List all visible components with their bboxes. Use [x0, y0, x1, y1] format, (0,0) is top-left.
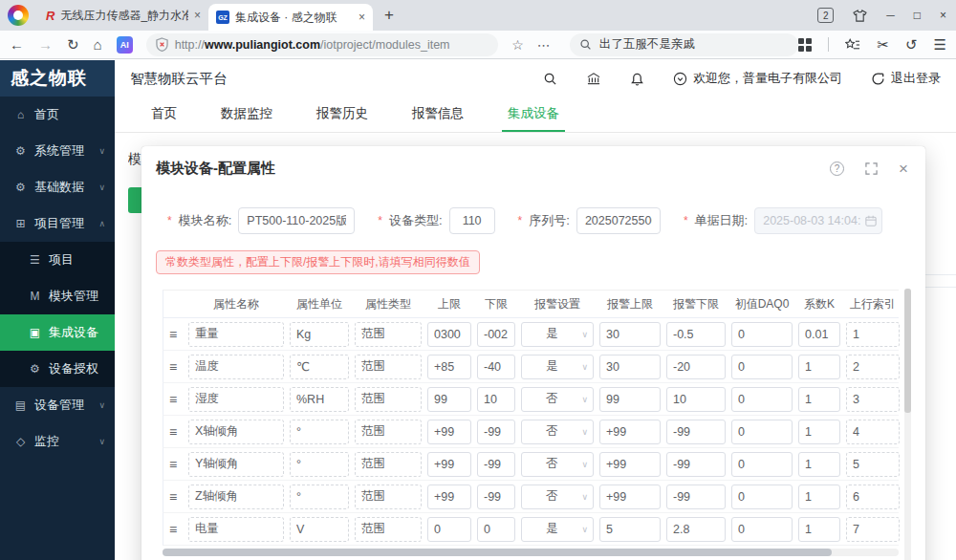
lower-limit-input[interactable] — [477, 517, 515, 542]
sidebar-item-device-auth[interactable]: ⚙ 设备授权 — [0, 351, 115, 387]
sidebar-item-integrated-device[interactable]: ▣ 集成设备 — [0, 314, 115, 351]
uplink-index-input[interactable] — [846, 355, 900, 379]
prop-name-input[interactable] — [188, 387, 284, 412]
reload-icon[interactable]: ↻ — [67, 36, 79, 54]
alarm-lower-input[interactable] — [666, 322, 726, 347]
alarm-lower-input[interactable] — [666, 387, 726, 412]
new-tab-button[interactable]: + — [384, 6, 394, 25]
init-daq0-input[interactable] — [731, 452, 793, 477]
welcome-user[interactable]: 欢迎您，普量电子有限公司 — [673, 70, 842, 87]
prop-type-input[interactable] — [355, 355, 422, 379]
uplink-index-input[interactable] — [846, 485, 900, 509]
uplink-index-input[interactable] — [846, 322, 900, 347]
upper-limit-input[interactable] — [427, 452, 471, 477]
coefficient-k-input[interactable] — [798, 517, 840, 542]
sidebar-item-project-mgmt[interactable]: ⊞ 项目管理 ∧ — [0, 205, 115, 242]
forward-icon[interactable]: → — [38, 36, 53, 53]
module-name-input[interactable] — [238, 207, 355, 234]
themes-shirt-icon[interactable] — [853, 10, 867, 22]
upper-limit-input[interactable] — [427, 387, 471, 412]
drag-handle-icon[interactable]: ≡ — [163, 457, 183, 472]
page-tab-integrated-device[interactable]: 集成设备 — [502, 97, 565, 132]
alarm-lower-input[interactable] — [666, 420, 726, 444]
page-tab-alarm-info[interactable]: 报警信息 — [406, 97, 469, 132]
drag-handle-icon[interactable]: ≡ — [163, 522, 183, 537]
alarm-lower-input[interactable] — [666, 517, 726, 542]
drag-handle-icon[interactable]: ≡ — [163, 489, 183, 505]
alarm-lower-input[interactable] — [666, 485, 726, 509]
alarm-upper-input[interactable] — [599, 322, 661, 347]
upper-limit-input[interactable] — [427, 355, 471, 379]
prop-type-input[interactable] — [355, 387, 422, 412]
prop-unit-input[interactable] — [290, 322, 349, 347]
prop-unit-input[interactable] — [290, 517, 349, 542]
alarm-upper-input[interactable] — [599, 452, 661, 477]
alarm-setting-select[interactable]: 是 ∨ — [521, 322, 594, 347]
init-daq0-input[interactable] — [731, 322, 793, 347]
lower-limit-input[interactable] — [477, 387, 515, 412]
upper-limit-input[interactable] — [427, 517, 471, 542]
fullscreen-icon[interactable] — [865, 162, 878, 175]
drag-handle-icon[interactable]: ≡ — [163, 327, 183, 342]
coefficient-k-input[interactable] — [798, 322, 840, 347]
home-icon[interactable]: ⌂ — [94, 36, 102, 53]
prop-type-input[interactable] — [355, 517, 422, 542]
search-input[interactable]: 出了五服不是亲戚 — [570, 33, 799, 56]
sidebar-item-home[interactable]: ⌂ 首页 — [0, 97, 115, 133]
alarm-lower-input[interactable] — [666, 355, 726, 379]
prop-unit-input[interactable] — [290, 420, 349, 444]
browser-logo-icon[interactable] — [8, 5, 29, 26]
lower-limit-input[interactable] — [477, 452, 515, 477]
more-actions-icon[interactable]: ⋯ — [537, 37, 551, 53]
tab1-close-icon[interactable]: × — [194, 9, 201, 22]
alarm-setting-select[interactable]: 否 ∨ — [521, 485, 594, 509]
init-daq0-input[interactable] — [731, 517, 793, 542]
lower-limit-input[interactable] — [477, 322, 515, 347]
browser-tab-1[interactable]: R 无线压力传感器_静力水准仪_ × — [38, 0, 208, 31]
coefficient-k-input[interactable] — [798, 485, 840, 509]
prop-unit-input[interactable] — [290, 452, 349, 477]
alarm-upper-input[interactable] — [599, 485, 661, 509]
sidebar-item-project[interactable]: ☰ 项目 — [0, 242, 115, 278]
init-daq0-input[interactable] — [731, 420, 793, 444]
upper-limit-input[interactable] — [427, 420, 471, 444]
prop-name-input[interactable] — [188, 485, 284, 509]
page-tab-alarm-history[interactable]: 报警历史 — [311, 97, 374, 132]
page-tab-home[interactable]: 首页 — [145, 97, 183, 132]
prop-name-input[interactable] — [188, 355, 284, 379]
coefficient-k-input[interactable] — [798, 420, 840, 444]
alarm-upper-input[interactable] — [599, 355, 661, 379]
coefficient-k-input[interactable] — [798, 452, 840, 477]
sidebar-item-base-data[interactable]: ⚙ 基础数据 ∨ — [0, 169, 115, 205]
menu-icon[interactable]: ☰ — [934, 36, 946, 54]
extensions-badge[interactable]: 2 — [817, 8, 834, 23]
alarm-setting-select[interactable]: 是 ∨ — [521, 517, 594, 542]
sidebar-item-system-mgmt[interactable]: ⚙ 系统管理 ∨ — [0, 133, 115, 169]
alarm-setting-select[interactable]: 否 ∨ — [521, 387, 594, 412]
organization-bank-icon[interactable] — [586, 72, 601, 86]
prop-name-input[interactable] — [188, 517, 284, 542]
tab2-close-icon[interactable]: × — [358, 11, 365, 24]
lower-limit-input[interactable] — [477, 420, 515, 444]
maximize-icon[interactable]: □ — [914, 9, 921, 22]
url-input[interactable]: http://www.puliangiot.com/iotproject/mod… — [146, 33, 498, 56]
drag-handle-icon[interactable]: ≡ — [163, 392, 183, 407]
alarm-setting-select[interactable]: 否 ∨ — [521, 420, 594, 444]
upper-limit-input[interactable] — [427, 322, 471, 347]
prop-type-input[interactable] — [355, 420, 422, 444]
device-type-input[interactable] — [449, 207, 495, 234]
prop-name-input[interactable] — [188, 420, 284, 444]
prop-name-input[interactable] — [188, 452, 284, 477]
uplink-index-input[interactable] — [846, 517, 900, 542]
init-daq0-input[interactable] — [731, 387, 793, 412]
bookmark-star-icon[interactable]: ☆ — [511, 37, 524, 53]
undo-icon[interactable]: ↺ — [905, 36, 918, 54]
prop-type-input[interactable] — [355, 485, 422, 509]
alarm-setting-select[interactable]: 否 ∨ — [521, 452, 594, 477]
uplink-index-input[interactable] — [846, 387, 900, 412]
favorites-icon[interactable] — [845, 38, 860, 52]
close-modal-icon[interactable]: × — [899, 161, 908, 177]
close-window-icon[interactable]: × — [940, 9, 946, 22]
prop-unit-input[interactable] — [290, 387, 349, 412]
alarm-upper-input[interactable] — [599, 420, 661, 444]
